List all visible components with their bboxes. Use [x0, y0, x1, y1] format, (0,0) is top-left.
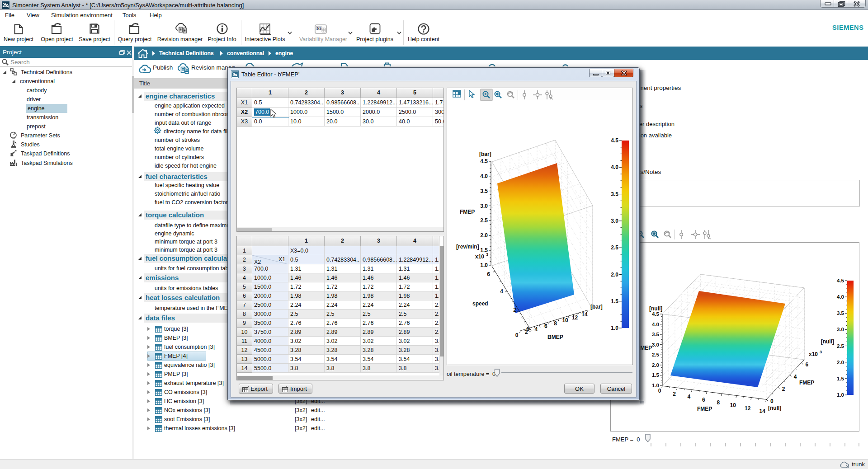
svg-text:4.0: 4.0 — [837, 294, 844, 300]
svg-text:12: 12 — [745, 405, 751, 412]
svg-text:x10: x10 — [475, 253, 484, 260]
svg-text:6: 6 — [544, 323, 547, 329]
svg-text:10: 10 — [730, 402, 736, 408]
svg-text:6: 6 — [702, 397, 705, 403]
svg-text:x10: x10 — [809, 351, 818, 357]
svg-text:0: 0 — [515, 332, 519, 338]
svg-text:[null]: [null] — [768, 405, 781, 411]
svg-text:0: 0 — [770, 398, 774, 404]
svg-text:4.0: 4.0 — [652, 322, 659, 327]
svg-text:[null]: [null] — [821, 338, 834, 345]
svg-text:4.5: 4.5 — [611, 137, 618, 144]
svg-text:3.5: 3.5 — [652, 332, 660, 337]
svg-text:4: 4 — [535, 326, 538, 333]
svg-text:2: 2 — [525, 329, 528, 335]
svg-text:1.5: 1.5 — [611, 298, 618, 305]
svg-text:1.5: 1.5 — [652, 372, 660, 378]
svg-text:0: 0 — [658, 388, 661, 394]
svg-text:2: 2 — [673, 391, 676, 397]
svg-text:6: 6 — [487, 271, 490, 277]
svg-text:3.0: 3.0 — [652, 342, 659, 347]
svg-text:FMEP: FMEP — [697, 406, 712, 412]
svg-text:1.0: 1.0 — [837, 392, 844, 398]
svg-text:10: 10 — [562, 317, 568, 324]
svg-text:2.0: 2.0 — [652, 362, 659, 368]
svg-text:4.5: 4.5 — [837, 278, 844, 283]
svg-text:4.5: 4.5 — [480, 158, 488, 164]
svg-text:4.0: 4.0 — [480, 173, 488, 179]
svg-text:2.5: 2.5 — [611, 244, 618, 251]
svg-text:1.0: 1.0 — [480, 262, 488, 268]
svg-text:2.0: 2.0 — [611, 272, 618, 278]
svg-text:4: 4 — [688, 394, 691, 400]
svg-text:3.5: 3.5 — [480, 188, 488, 194]
svg-text:3: 3 — [820, 350, 822, 354]
svg-text:4.0: 4.0 — [611, 164, 618, 170]
svg-text:1.5: 1.5 — [837, 376, 844, 381]
svg-text:3.0: 3.0 — [480, 203, 488, 209]
svg-text:8: 8 — [554, 320, 557, 327]
svg-text:2.0: 2.0 — [837, 360, 844, 365]
svg-text:[bar]: [bar] — [479, 151, 491, 157]
svg-text:2.0: 2.0 — [480, 232, 488, 239]
svg-text:speed: speed — [472, 300, 488, 307]
svg-text:BMEP: BMEP — [547, 334, 563, 340]
svg-text:3.5: 3.5 — [837, 310, 844, 316]
svg-text:8: 8 — [717, 399, 720, 406]
svg-text:2.5: 2.5 — [837, 343, 844, 349]
svg-text:3.5: 3.5 — [611, 191, 618, 197]
svg-text:1.0: 1.0 — [611, 325, 618, 331]
svg-text:FMEP: FMEP — [799, 380, 814, 386]
svg-text:3.0: 3.0 — [837, 327, 844, 332]
svg-text:14: 14 — [760, 408, 766, 414]
svg-text:4: 4 — [500, 288, 503, 295]
svg-text:4: 4 — [794, 374, 797, 380]
svg-text:(x): (x) — [317, 27, 321, 30]
svg-text:[bar]: [bar] — [590, 304, 603, 310]
svg-text:FMEP: FMEP — [460, 209, 475, 215]
svg-text:2.5: 2.5 — [480, 217, 488, 224]
svg-text:2: 2 — [782, 386, 785, 392]
svg-text:3.0: 3.0 — [611, 218, 618, 224]
svg-text:6: 6 — [806, 361, 809, 368]
svg-text:4.5: 4.5 — [652, 311, 660, 317]
svg-text:[rev/min]: [rev/min] — [456, 244, 479, 250]
svg-text:3: 3 — [486, 252, 488, 257]
svg-text:[null]: [null] — [649, 305, 662, 312]
svg-text:2: 2 — [513, 307, 516, 313]
svg-text:14: 14 — [581, 311, 588, 318]
svg-text:12: 12 — [572, 314, 578, 321]
svg-text:2.5: 2.5 — [652, 352, 660, 357]
